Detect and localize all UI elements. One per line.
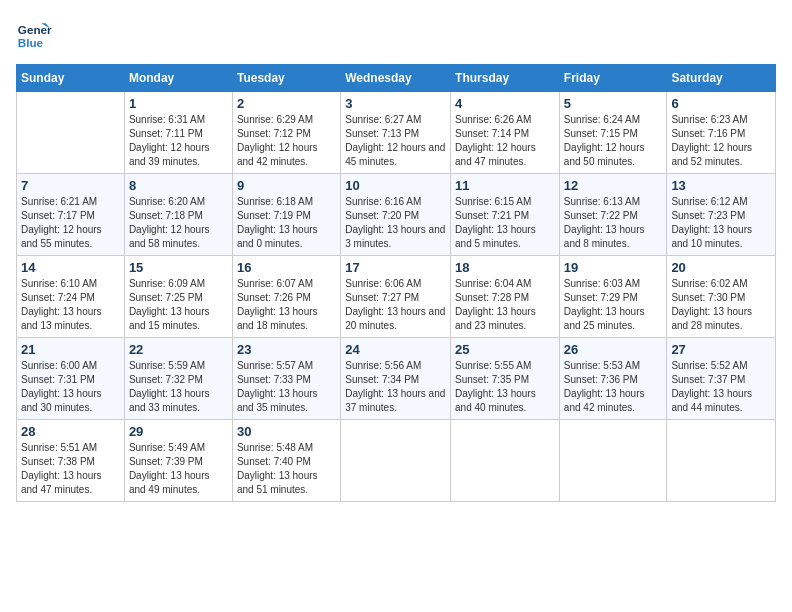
day-number: 8 bbox=[129, 178, 228, 193]
calendar-cell: 25Sunrise: 5:55 AMSunset: 7:35 PMDayligh… bbox=[451, 338, 560, 420]
calendar-cell bbox=[667, 420, 776, 502]
calendar-cell bbox=[559, 420, 667, 502]
day-number: 20 bbox=[671, 260, 771, 275]
calendar-cell: 13Sunrise: 6:12 AMSunset: 7:23 PMDayligh… bbox=[667, 174, 776, 256]
day-info: Sunrise: 6:02 AMSunset: 7:30 PMDaylight:… bbox=[671, 277, 771, 333]
calendar-body: 1Sunrise: 6:31 AMSunset: 7:11 PMDaylight… bbox=[17, 92, 776, 502]
day-info: Sunrise: 6:03 AMSunset: 7:29 PMDaylight:… bbox=[564, 277, 663, 333]
calendar-cell: 30Sunrise: 5:48 AMSunset: 7:40 PMDayligh… bbox=[232, 420, 340, 502]
calendar-cell: 14Sunrise: 6:10 AMSunset: 7:24 PMDayligh… bbox=[17, 256, 125, 338]
calendar-cell: 21Sunrise: 6:00 AMSunset: 7:31 PMDayligh… bbox=[17, 338, 125, 420]
day-info: Sunrise: 5:55 AMSunset: 7:35 PMDaylight:… bbox=[455, 359, 555, 415]
calendar-week-row: 14Sunrise: 6:10 AMSunset: 7:24 PMDayligh… bbox=[17, 256, 776, 338]
day-number: 19 bbox=[564, 260, 663, 275]
weekday-header-cell: Thursday bbox=[451, 65, 560, 92]
day-info: Sunrise: 6:24 AMSunset: 7:15 PMDaylight:… bbox=[564, 113, 663, 169]
calendar-cell: 8Sunrise: 6:20 AMSunset: 7:18 PMDaylight… bbox=[124, 174, 232, 256]
calendar-week-row: 1Sunrise: 6:31 AMSunset: 7:11 PMDaylight… bbox=[17, 92, 776, 174]
day-info: Sunrise: 5:52 AMSunset: 7:37 PMDaylight:… bbox=[671, 359, 771, 415]
calendar-cell: 10Sunrise: 6:16 AMSunset: 7:20 PMDayligh… bbox=[341, 174, 451, 256]
day-info: Sunrise: 5:53 AMSunset: 7:36 PMDaylight:… bbox=[564, 359, 663, 415]
day-info: Sunrise: 5:48 AMSunset: 7:40 PMDaylight:… bbox=[237, 441, 336, 497]
calendar-cell: 19Sunrise: 6:03 AMSunset: 7:29 PMDayligh… bbox=[559, 256, 667, 338]
day-info: Sunrise: 6:23 AMSunset: 7:16 PMDaylight:… bbox=[671, 113, 771, 169]
day-info: Sunrise: 6:10 AMSunset: 7:24 PMDaylight:… bbox=[21, 277, 120, 333]
calendar-cell: 2Sunrise: 6:29 AMSunset: 7:12 PMDaylight… bbox=[232, 92, 340, 174]
day-info: Sunrise: 5:51 AMSunset: 7:38 PMDaylight:… bbox=[21, 441, 120, 497]
day-number: 16 bbox=[237, 260, 336, 275]
weekday-header-cell: Friday bbox=[559, 65, 667, 92]
day-number: 15 bbox=[129, 260, 228, 275]
day-info: Sunrise: 6:12 AMSunset: 7:23 PMDaylight:… bbox=[671, 195, 771, 251]
day-number: 6 bbox=[671, 96, 771, 111]
day-number: 23 bbox=[237, 342, 336, 357]
day-number: 22 bbox=[129, 342, 228, 357]
day-number: 13 bbox=[671, 178, 771, 193]
day-number: 30 bbox=[237, 424, 336, 439]
weekday-header-cell: Sunday bbox=[17, 65, 125, 92]
calendar-cell: 28Sunrise: 5:51 AMSunset: 7:38 PMDayligh… bbox=[17, 420, 125, 502]
calendar-cell: 3Sunrise: 6:27 AMSunset: 7:13 PMDaylight… bbox=[341, 92, 451, 174]
weekday-header-row: SundayMondayTuesdayWednesdayThursdayFrid… bbox=[17, 65, 776, 92]
calendar-cell: 12Sunrise: 6:13 AMSunset: 7:22 PMDayligh… bbox=[559, 174, 667, 256]
calendar-cell: 29Sunrise: 5:49 AMSunset: 7:39 PMDayligh… bbox=[124, 420, 232, 502]
calendar-cell: 26Sunrise: 5:53 AMSunset: 7:36 PMDayligh… bbox=[559, 338, 667, 420]
day-info: Sunrise: 6:31 AMSunset: 7:11 PMDaylight:… bbox=[129, 113, 228, 169]
day-info: Sunrise: 6:27 AMSunset: 7:13 PMDaylight:… bbox=[345, 113, 446, 169]
day-number: 5 bbox=[564, 96, 663, 111]
day-info: Sunrise: 6:07 AMSunset: 7:26 PMDaylight:… bbox=[237, 277, 336, 333]
day-number: 17 bbox=[345, 260, 446, 275]
weekday-header-cell: Monday bbox=[124, 65, 232, 92]
day-number: 12 bbox=[564, 178, 663, 193]
calendar-cell: 20Sunrise: 6:02 AMSunset: 7:30 PMDayligh… bbox=[667, 256, 776, 338]
calendar-cell: 22Sunrise: 5:59 AMSunset: 7:32 PMDayligh… bbox=[124, 338, 232, 420]
day-info: Sunrise: 6:16 AMSunset: 7:20 PMDaylight:… bbox=[345, 195, 446, 251]
day-number: 3 bbox=[345, 96, 446, 111]
day-info: Sunrise: 5:59 AMSunset: 7:32 PMDaylight:… bbox=[129, 359, 228, 415]
calendar-cell: 24Sunrise: 5:56 AMSunset: 7:34 PMDayligh… bbox=[341, 338, 451, 420]
svg-text:Blue: Blue bbox=[18, 36, 44, 49]
day-info: Sunrise: 6:21 AMSunset: 7:17 PMDaylight:… bbox=[21, 195, 120, 251]
day-number: 10 bbox=[345, 178, 446, 193]
day-info: Sunrise: 6:29 AMSunset: 7:12 PMDaylight:… bbox=[237, 113, 336, 169]
day-info: Sunrise: 6:06 AMSunset: 7:27 PMDaylight:… bbox=[345, 277, 446, 333]
day-info: Sunrise: 6:26 AMSunset: 7:14 PMDaylight:… bbox=[455, 113, 555, 169]
day-info: Sunrise: 5:57 AMSunset: 7:33 PMDaylight:… bbox=[237, 359, 336, 415]
calendar-cell: 7Sunrise: 6:21 AMSunset: 7:17 PMDaylight… bbox=[17, 174, 125, 256]
day-info: Sunrise: 6:09 AMSunset: 7:25 PMDaylight:… bbox=[129, 277, 228, 333]
day-number: 14 bbox=[21, 260, 120, 275]
day-number: 9 bbox=[237, 178, 336, 193]
day-number: 27 bbox=[671, 342, 771, 357]
day-number: 4 bbox=[455, 96, 555, 111]
calendar-cell: 4Sunrise: 6:26 AMSunset: 7:14 PMDaylight… bbox=[451, 92, 560, 174]
calendar-cell: 9Sunrise: 6:18 AMSunset: 7:19 PMDaylight… bbox=[232, 174, 340, 256]
day-info: Sunrise: 6:18 AMSunset: 7:19 PMDaylight:… bbox=[237, 195, 336, 251]
calendar-cell: 18Sunrise: 6:04 AMSunset: 7:28 PMDayligh… bbox=[451, 256, 560, 338]
weekday-header-cell: Wednesday bbox=[341, 65, 451, 92]
calendar-cell: 5Sunrise: 6:24 AMSunset: 7:15 PMDaylight… bbox=[559, 92, 667, 174]
logo: General Blue bbox=[16, 16, 52, 52]
day-number: 21 bbox=[21, 342, 120, 357]
day-number: 11 bbox=[455, 178, 555, 193]
day-info: Sunrise: 5:56 AMSunset: 7:34 PMDaylight:… bbox=[345, 359, 446, 415]
calendar-table: SundayMondayTuesdayWednesdayThursdayFrid… bbox=[16, 64, 776, 502]
calendar-cell bbox=[341, 420, 451, 502]
calendar-cell: 27Sunrise: 5:52 AMSunset: 7:37 PMDayligh… bbox=[667, 338, 776, 420]
day-number: 29 bbox=[129, 424, 228, 439]
calendar-cell bbox=[451, 420, 560, 502]
calendar-cell: 17Sunrise: 6:06 AMSunset: 7:27 PMDayligh… bbox=[341, 256, 451, 338]
calendar-week-row: 21Sunrise: 6:00 AMSunset: 7:31 PMDayligh… bbox=[17, 338, 776, 420]
calendar-cell: 1Sunrise: 6:31 AMSunset: 7:11 PMDaylight… bbox=[124, 92, 232, 174]
day-info: Sunrise: 6:15 AMSunset: 7:21 PMDaylight:… bbox=[455, 195, 555, 251]
day-number: 28 bbox=[21, 424, 120, 439]
day-number: 7 bbox=[21, 178, 120, 193]
page-header: General Blue bbox=[16, 16, 776, 52]
calendar-cell: 11Sunrise: 6:15 AMSunset: 7:21 PMDayligh… bbox=[451, 174, 560, 256]
day-number: 24 bbox=[345, 342, 446, 357]
calendar-week-row: 7Sunrise: 6:21 AMSunset: 7:17 PMDaylight… bbox=[17, 174, 776, 256]
logo-icon: General Blue bbox=[16, 16, 52, 52]
day-number: 1 bbox=[129, 96, 228, 111]
day-number: 18 bbox=[455, 260, 555, 275]
day-info: Sunrise: 6:04 AMSunset: 7:28 PMDaylight:… bbox=[455, 277, 555, 333]
weekday-header-cell: Tuesday bbox=[232, 65, 340, 92]
